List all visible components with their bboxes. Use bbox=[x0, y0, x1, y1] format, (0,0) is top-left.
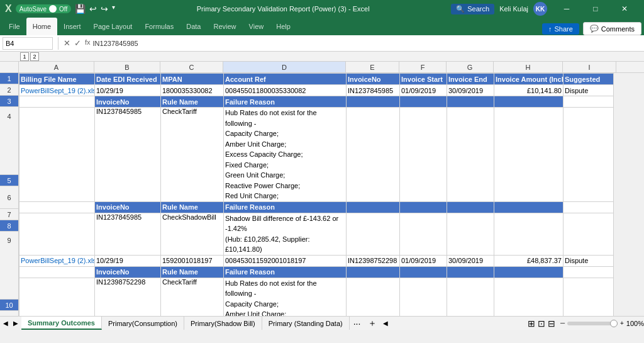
comments-button[interactable]: 💬 Comments bbox=[583, 22, 641, 35]
col-header-f[interactable]: F bbox=[399, 62, 447, 72]
scroll-right-icon[interactable]: ▶ bbox=[11, 320, 20, 327]
cell-a1[interactable]: Billing File Name bbox=[19, 74, 95, 85]
cell-e7[interactable]: IN12398752298 bbox=[347, 255, 400, 266]
tab-insert[interactable]: Insert bbox=[57, 18, 87, 35]
restore-button[interactable]: □ bbox=[581, 0, 610, 18]
row-num-6[interactable]: 6 bbox=[0, 186, 18, 209]
cell-d1[interactable]: Account Ref bbox=[224, 74, 347, 85]
minimize-button[interactable]: ─ bbox=[552, 0, 581, 18]
redo-icon[interactable]: ↪ bbox=[101, 4, 108, 14]
cell-b1[interactable]: Date EDI Received bbox=[95, 74, 161, 85]
cell-h8[interactable] bbox=[494, 266, 564, 278]
cell-a2[interactable]: PowerBillSept_19 (2).xlsx bbox=[19, 85, 95, 96]
confirm-formula-icon[interactable]: ✓ bbox=[74, 38, 81, 48]
scroll-sheets-left-icon[interactable]: ◀ bbox=[380, 320, 391, 327]
cell-h1[interactable]: Invoice Amount (Incl VAT (£)) bbox=[494, 74, 564, 85]
cell-e8[interactable] bbox=[347, 266, 400, 278]
cell-i9[interactable] bbox=[564, 278, 614, 316]
sheet-tab-summary-outcomes[interactable]: Summary Outcomes bbox=[21, 317, 102, 330]
normal-view-icon[interactable]: ⊞ bbox=[528, 318, 535, 329]
cell-f3[interactable] bbox=[400, 96, 447, 108]
tab-view[interactable]: View bbox=[243, 18, 270, 35]
cell-f8[interactable] bbox=[400, 266, 447, 278]
cell-f5[interactable] bbox=[400, 201, 447, 213]
close-button[interactable]: ✕ bbox=[610, 0, 639, 18]
cell-g8[interactable] bbox=[447, 266, 494, 278]
cell-i3[interactable] bbox=[564, 96, 614, 108]
cell-h4[interactable] bbox=[494, 108, 564, 202]
cell-d5[interactable]: Failure Reason bbox=[224, 201, 347, 213]
col-header-b[interactable]: B bbox=[94, 62, 160, 72]
col-header-d[interactable]: D bbox=[223, 62, 346, 72]
row-num-9[interactable]: 9 bbox=[0, 232, 18, 300]
row-num-11[interactable]: 11 bbox=[0, 311, 18, 316]
cell-f7[interactable]: 01/09/2019 bbox=[400, 255, 447, 266]
tab-page-layout[interactable]: Page Layout bbox=[87, 18, 139, 35]
cell-c6[interactable]: CheckShadowBill bbox=[161, 213, 224, 255]
undo-icon[interactable]: ↩ bbox=[89, 4, 97, 14]
cell-a5[interactable] bbox=[19, 201, 95, 213]
cell-e6[interactable] bbox=[347, 213, 400, 255]
cell-b3[interactable]: InvoiceNo bbox=[95, 96, 161, 108]
search-box[interactable]: 🔍 Search bbox=[451, 4, 494, 14]
cell-a3[interactable] bbox=[19, 96, 95, 108]
cell-a8[interactable] bbox=[19, 266, 95, 278]
cell-b7[interactable]: 10/29/19 bbox=[95, 255, 161, 266]
row-num-1[interactable]: 1 bbox=[0, 73, 18, 84]
zoom-in-button[interactable]: + bbox=[620, 320, 624, 327]
cell-b4[interactable]: IN1237845985 bbox=[95, 108, 161, 202]
cell-i2[interactable]: Dispute bbox=[564, 85, 614, 96]
tab-file[interactable]: File bbox=[3, 18, 26, 35]
cell-b9[interactable]: IN12398752298 bbox=[95, 278, 161, 316]
cell-g7[interactable]: 30/09/2019 bbox=[447, 255, 494, 266]
cell-d6[interactable]: Shadow Bill difference of £-143.62 or -1… bbox=[224, 213, 347, 255]
cell-i4[interactable] bbox=[564, 108, 614, 202]
cell-a4[interactable] bbox=[19, 108, 95, 202]
cell-b2[interactable]: 10/29/19 bbox=[95, 85, 161, 96]
zoom-out-button[interactable]: ─ bbox=[560, 320, 565, 327]
cell-f1[interactable]: Invoice Start bbox=[400, 74, 447, 85]
sheet-tab-primary-standing-data[interactable]: Primary (Standing Data) bbox=[262, 317, 350, 330]
cell-d8[interactable]: Failure Reason bbox=[224, 266, 347, 278]
cell-g1[interactable]: Invoice End bbox=[447, 74, 494, 85]
cell-i6[interactable] bbox=[564, 213, 614, 255]
tab-home[interactable]: Home bbox=[26, 18, 57, 35]
name-box[interactable]: B4 bbox=[3, 37, 53, 50]
tab-formulas[interactable]: Formulas bbox=[138, 18, 180, 35]
cell-c5[interactable]: Rule Name bbox=[161, 201, 224, 213]
add-sheet-button[interactable]: ＋ bbox=[364, 318, 380, 329]
cell-i8[interactable] bbox=[564, 266, 614, 278]
share-button[interactable]: ↑ Share bbox=[542, 23, 579, 35]
cell-e2[interactable]: IN1237845985 bbox=[347, 85, 400, 96]
cell-e3[interactable] bbox=[347, 96, 400, 108]
cell-c2[interactable]: 1800035330082 bbox=[161, 85, 224, 96]
cell-h9[interactable] bbox=[494, 278, 564, 316]
cell-f2[interactable]: 01/09/2019 bbox=[400, 85, 447, 96]
cell-g5[interactable] bbox=[447, 201, 494, 213]
cell-f6[interactable] bbox=[400, 213, 447, 255]
cell-g3[interactable] bbox=[447, 96, 494, 108]
cell-b5[interactable]: InvoiceNo bbox=[95, 201, 161, 213]
cell-f4[interactable] bbox=[400, 108, 447, 202]
row-num-2[interactable]: 2 bbox=[0, 84, 18, 96]
cell-i1[interactable]: Suggested bbox=[564, 74, 614, 85]
cell-e4[interactable] bbox=[347, 108, 400, 202]
cell-d2[interactable]: 00845501180003533008​2 bbox=[224, 85, 347, 96]
cell-d7[interactable]: 00845301159200101819​7 bbox=[224, 255, 347, 266]
cell-h7[interactable]: £48,837.37 bbox=[494, 255, 564, 266]
formula-input[interactable]: IN1237845985 bbox=[93, 40, 641, 47]
cell-e1[interactable]: InvoiceNo bbox=[347, 74, 400, 85]
page-break-view-icon[interactable]: ⊟ bbox=[548, 318, 555, 329]
cell-c3[interactable]: Rule Name bbox=[161, 96, 224, 108]
save-icon[interactable]: 💾 bbox=[75, 4, 86, 14]
col-header-a[interactable]: A bbox=[19, 62, 94, 72]
cancel-formula-icon[interactable]: ✕ bbox=[64, 38, 70, 48]
col-header-e[interactable]: E bbox=[346, 62, 399, 72]
col-header-i[interactable]: I bbox=[563, 62, 616, 72]
col-header-g[interactable]: G bbox=[447, 62, 494, 72]
cell-h6[interactable] bbox=[494, 213, 564, 255]
tab-review[interactable]: Review bbox=[207, 18, 242, 35]
row-num-10[interactable]: 10 bbox=[0, 300, 18, 311]
more-sheets-button[interactable]: ··· bbox=[350, 318, 365, 329]
tab-data[interactable]: Data bbox=[180, 18, 207, 35]
